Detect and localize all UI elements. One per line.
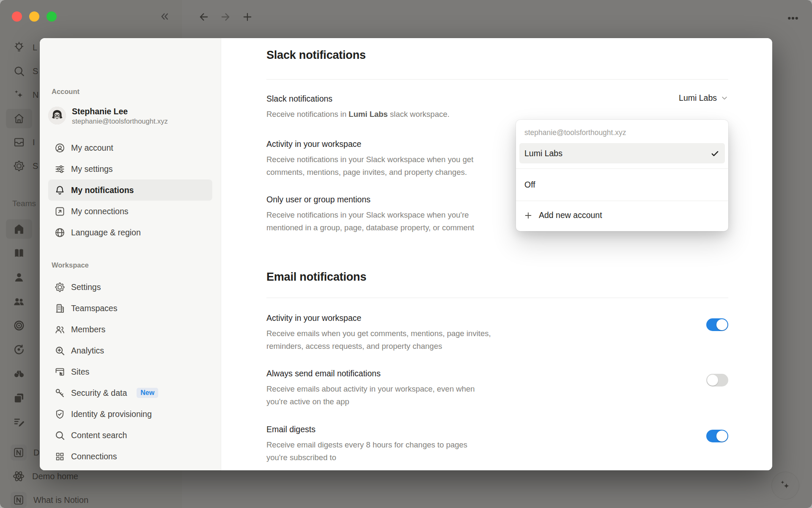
nav-item-label: Connections [71,452,117,461]
email-digests-toggle[interactable] [706,430,728,442]
settings-nav-import[interactable]: Import [48,467,212,470]
avatar [48,107,66,124]
slack-workspace-row: Slack notifications Receive notification… [266,92,728,121]
nav-item-label: Content search [71,431,127,440]
account-section-label: Account [52,88,80,96]
toggle-knob [716,319,727,330]
settings-nav-analytics[interactable]: Analytics [48,340,212,361]
zoom-window-button[interactable] [47,11,57,22]
settings-nav-language-region[interactable]: Language & region [48,222,212,243]
email-always-send-row: Always send email notifications Receive … [266,367,728,408]
setting-title: Always send email notifications [266,367,728,380]
settings-modal: Account Stephanie Lee [40,38,772,470]
email-section-heading: Email notifications [266,271,366,284]
arrow-box-icon [54,206,66,217]
grid-icon [54,451,66,462]
chevron-down-icon [721,94,728,102]
desc-line: Receive emails when you get comments, me… [266,327,728,340]
globe-icon [54,227,66,238]
settings-nav-my-settings[interactable]: My settings [48,158,212,179]
email-activity-toggle[interactable] [706,318,728,331]
nav-item-label: My connections [71,207,128,216]
action-label: Add new account [539,210,602,220]
dropdown-account-header: stephanie@toolsforthought.xyz [516,120,728,143]
nav-item-label: Sites [71,367,89,377]
account-nav: My accountMy settingsMy notificationsMy … [48,137,212,243]
nav-item-label: Members [71,325,105,334]
settings-nav-members[interactable]: Members [48,319,212,340]
close-window-button[interactable] [12,11,22,22]
nav-item-label: Language & region [71,228,141,237]
slack-workspace-dropdown-trigger[interactable]: Lumi Labs [679,93,728,103]
nav-item-label: Settings [71,282,101,292]
zoom-in-icon [54,345,66,356]
desc-line: you're subscribed to [266,451,728,464]
app-window: LSNHIS Teams C DDemo homeWhat is Notion … [0,0,812,508]
toggle-knob [716,431,727,442]
user-email: stephanie@toolsforthought.xyz [72,117,168,126]
building-icon [54,303,66,314]
plus-icon [524,211,533,220]
nav-item-label: My notifications [71,185,134,195]
desc-text: Receive notifications in [266,110,348,119]
dropdown-option-off[interactable]: Off [516,169,728,201]
divider [266,298,728,298]
key-icon [54,387,66,399]
email-digests-row: Email digests Receive email digests ever… [266,423,728,464]
workspace-name: Lumi Labs [348,110,388,119]
settings-nav-my-notifications[interactable]: My notifications [48,179,212,201]
workspace-nav: SettingsTeamspacesMembersAnalyticsSitesS… [48,276,212,470]
user-name: Stephanie Lee [72,106,168,117]
nav-item-label: My settings [71,164,113,174]
settings-nav-sites[interactable]: Sites [48,361,212,382]
new-badge: New [137,388,158,398]
settings-nav-settings[interactable]: Settings [48,276,212,298]
email-activity-row: Activity in your workspace Receive email… [266,312,728,353]
sliders-icon [54,163,66,175]
settings-nav-teamspaces[interactable]: Teamspaces [48,298,212,319]
traffic-lights [12,11,57,22]
email-always-send-toggle[interactable] [706,374,728,387]
search-icon [54,430,66,441]
browser-cursor-icon [54,366,66,378]
desc-text: slack workspace. [388,110,450,119]
minimize-window-button[interactable] [29,11,39,22]
settings-nav-connections[interactable]: Connections [48,446,212,467]
bell-icon [54,185,66,196]
members-icon [54,324,66,335]
setting-title: Slack notifications [266,92,728,105]
settings-nav-security-data[interactable]: Security & dataNew [48,382,212,403]
desc-line: Receive email digests every 8 hours for … [266,439,728,451]
gear-icon [54,282,66,293]
nav-item-label: Teamspaces [71,304,117,313]
nav-item-label: Identity & provisioning [71,409,152,419]
settings-nav-my-connections[interactable]: My connections [48,201,212,222]
settings-nav-my-account[interactable]: My account [48,137,212,158]
workspace-section-label: Workspace [52,261,89,269]
check-icon [710,149,720,158]
option-label: Off [524,180,535,190]
shield-check-icon [54,409,66,420]
nav-item-label: My account [71,143,113,153]
person-circle-icon [54,142,66,154]
toggle-knob [707,375,718,386]
setting-title: Activity in your workspace [266,312,728,324]
nav-item-label: Analytics [71,346,104,356]
dropdown-option-lumi-labs[interactable]: Lumi Labs [519,143,725,163]
desc-line: Receive emails about activity in your wo… [266,383,728,395]
setting-description: Receive notifications in Lumi Labs slack… [266,108,728,121]
account-user-card[interactable]: Stephanie Lee stephanie@toolsforthought.… [48,103,216,128]
settings-main: Slack notifications Slack notifications … [221,38,772,470]
setting-title: Email digests [266,423,728,436]
dropdown-value: Lumi Labs [679,93,717,103]
nav-item-label: Security & data [71,388,127,398]
setting-description: Receive email digests every 8 hours for … [266,439,728,464]
setting-description: Receive emails about activity in your wo… [266,383,728,408]
option-label: Lumi Labs [524,149,562,158]
settings-nav-identity-provisioning[interactable]: Identity & provisioning [48,403,212,425]
settings-nav-content-search[interactable]: Content search [48,425,212,446]
settings-sidebar: Account Stephanie Lee [40,38,221,470]
add-new-account-button[interactable]: Add new account [516,201,728,229]
slack-workspace-dropdown-menu: stephanie@toolsforthought.xyz Lumi Labs … [516,120,728,231]
desc-line: reminders, access requests, and property… [266,340,728,353]
